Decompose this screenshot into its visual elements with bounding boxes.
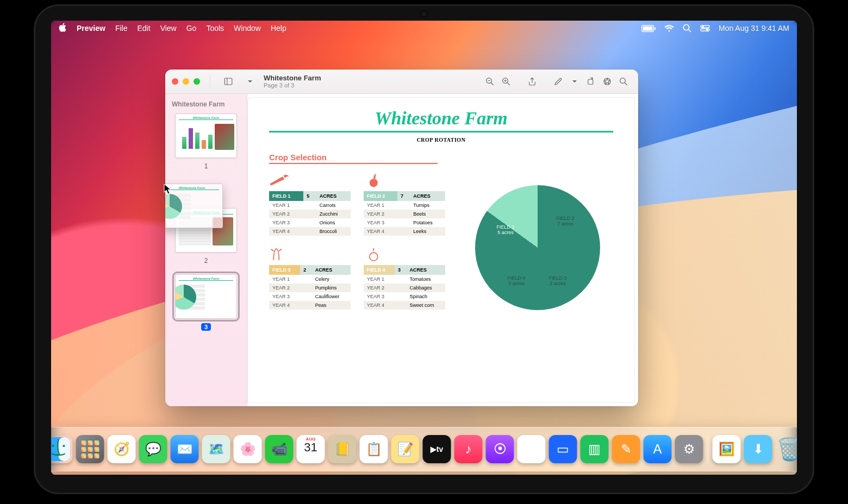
- battery-icon[interactable]: [641, 25, 656, 32]
- field-acres-label: ACRES: [406, 265, 445, 275]
- highlight-button[interactable]: [599, 74, 615, 89]
- svg-rect-1: [643, 26, 653, 30]
- dock-music[interactable]: ♪: [454, 435, 483, 463]
- table-row: YEAR 4Broccoli: [269, 227, 351, 236]
- svg-point-8: [707, 29, 708, 30]
- dock-calendar[interactable]: AUG31: [297, 435, 325, 463]
- rotate-button[interactable]: [583, 74, 599, 89]
- page-thumbnail[interactable]: Whitestone Farm 3: [165, 274, 247, 331]
- spotlight-icon[interactable]: [683, 24, 691, 33]
- menubar-clock[interactable]: Mon Aug 31 9:41 AM: [719, 24, 789, 33]
- field-table: FIELD 4 3 ACRES YEAR 1Tomatoes YEAR 2Cab…: [364, 248, 445, 310]
- field-name: FIELD 3: [269, 265, 300, 275]
- svg-rect-26: [59, 437, 71, 461]
- sidebar-view-menu[interactable]: [242, 74, 258, 89]
- table-row: YEAR 4Sweet corn: [364, 301, 445, 310]
- dock-downloads[interactable]: ⬇︎: [744, 435, 772, 463]
- zoom-in-button[interactable]: [498, 74, 514, 89]
- dock-settings[interactable]: ⚙︎: [675, 435, 703, 463]
- document-view[interactable]: Whitestone Farm CROP ROTATION Crop Selec…: [247, 97, 635, 403]
- dock-safari[interactable]: 🧭: [108, 435, 136, 463]
- field-name: FIELD 2: [364, 191, 397, 201]
- page-thumbnail[interactable]: Whitestone Farm 1: [165, 114, 247, 170]
- dock-maps[interactable]: 🗺️: [202, 435, 230, 463]
- markup-menu[interactable]: [566, 74, 583, 89]
- dock-finder[interactable]: [51, 435, 73, 463]
- dock-contacts[interactable]: 📒: [328, 435, 357, 463]
- menu-edit[interactable]: Edit: [138, 24, 151, 33]
- close-window-button[interactable]: [172, 78, 178, 85]
- window-title-block: Whitestone Farm Page 3 of 3: [264, 74, 321, 89]
- markup-button[interactable]: [550, 74, 566, 89]
- dock-trash[interactable]: 🗑️: [776, 435, 797, 463]
- dock-messages[interactable]: 💬: [139, 435, 167, 463]
- preview-window: Whitestone Farm Page 3 of 3: [165, 70, 638, 406]
- dock-appstore[interactable]: A: [644, 435, 672, 463]
- share-button[interactable]: [524, 74, 540, 89]
- table-row: YEAR 4Leeks: [364, 227, 445, 236]
- dock-facetime[interactable]: 📹: [265, 435, 294, 463]
- document-subtitle: CROP ROTATION: [269, 137, 613, 143]
- svg-rect-9: [225, 78, 232, 85]
- dock-mail[interactable]: ✉️: [171, 435, 199, 463]
- dock-pages[interactable]: ✎: [612, 435, 640, 463]
- field-name: FIELD 4: [364, 265, 395, 275]
- dock-podcasts[interactable]: ⦿: [486, 435, 514, 463]
- pie-slice-label: FIELD 43 acres: [508, 275, 526, 287]
- dock-news[interactable]: N: [517, 435, 546, 463]
- minimize-window-button[interactable]: [183, 78, 189, 85]
- field-acres: 3: [395, 265, 406, 275]
- sidebar-view-button[interactable]: [220, 74, 236, 89]
- field-name: FIELD 1: [269, 191, 303, 201]
- field-acres-label: ACRES: [312, 265, 351, 275]
- menu-view[interactable]: View: [160, 24, 177, 33]
- dock-launchpad[interactable]: [76, 435, 104, 463]
- titlebar[interactable]: Whitestone Farm Page 3 of 3: [165, 70, 638, 94]
- apple-menu-icon[interactable]: [59, 23, 67, 34]
- search-in-document-button[interactable]: [615, 74, 632, 89]
- table-row: YEAR 2Cabbages: [364, 284, 445, 292]
- svg-point-3: [683, 24, 689, 30]
- menu-tools[interactable]: Tools: [206, 24, 224, 33]
- menu-go[interactable]: Go: [186, 24, 197, 33]
- menu-file[interactable]: File: [115, 24, 128, 33]
- acreage-pie-chart: FIELD 15 acresFIELD 27 acresFIELD 32 acr…: [462, 174, 613, 322]
- dragged-thumbnail[interactable]: Whitestone Farm 3: [165, 184, 223, 228]
- dock-numbers[interactable]: ▥: [581, 435, 609, 463]
- pie-slice-label: FIELD 15 acres: [497, 224, 515, 236]
- bezel: Preview File Edit View Go Tools Window H…: [34, 4, 814, 494]
- dock-keynote[interactable]: ▭: [549, 435, 577, 463]
- thumbnails-sidebar[interactable]: Whitestone Farm Whitestone Farm 1: [165, 94, 247, 406]
- table-row: YEAR 4Peas: [269, 301, 351, 310]
- toolbar-separator: [210, 74, 210, 89]
- vegetable-icon: [269, 248, 291, 262]
- dock-photos[interactable]: 🌸: [234, 435, 262, 463]
- app-name[interactable]: Preview: [77, 24, 105, 33]
- menu-help[interactable]: Help: [271, 24, 286, 33]
- svg-line-15: [507, 83, 510, 85]
- thumbnail-caption: 3: [201, 323, 211, 331]
- field-table: FIELD 3 2 ACRES YEAR 1Celery YEAR 2Pumpk…: [269, 248, 351, 310]
- zoom-window-button[interactable]: [194, 78, 200, 85]
- pie-slice-label: FIELD 32 acres: [549, 275, 567, 287]
- dock-preview-doc[interactable]: 🖼️: [713, 435, 741, 463]
- desktop[interactable]: Preview File Edit View Go Tools Window H…: [51, 21, 797, 475]
- dock-notes[interactable]: 📝: [391, 435, 420, 463]
- thumbnail-caption: 2: [204, 257, 208, 264]
- field-acres-label: ACRES: [316, 191, 351, 201]
- vegetable-icon: [364, 174, 385, 188]
- zoom-out-button[interactable]: [482, 74, 498, 89]
- table-row: YEAR 3Cauliflower: [269, 292, 351, 301]
- section-title: Crop Selection: [269, 153, 613, 162]
- section-rule: [269, 163, 438, 164]
- field-acres: 7: [397, 191, 410, 201]
- menu-window[interactable]: Window: [234, 24, 261, 33]
- svg-line-4: [689, 30, 691, 33]
- svg-point-20: [620, 78, 626, 84]
- dock-reminders[interactable]: 📋: [360, 435, 388, 463]
- sidebar-document-title: Whitestone Farm: [165, 98, 247, 114]
- wifi-icon[interactable]: [664, 24, 674, 32]
- table-row: YEAR 1Celery: [269, 275, 351, 284]
- control-center-icon[interactable]: [700, 25, 710, 32]
- dock-tv[interactable]: ▶tv: [423, 435, 451, 463]
